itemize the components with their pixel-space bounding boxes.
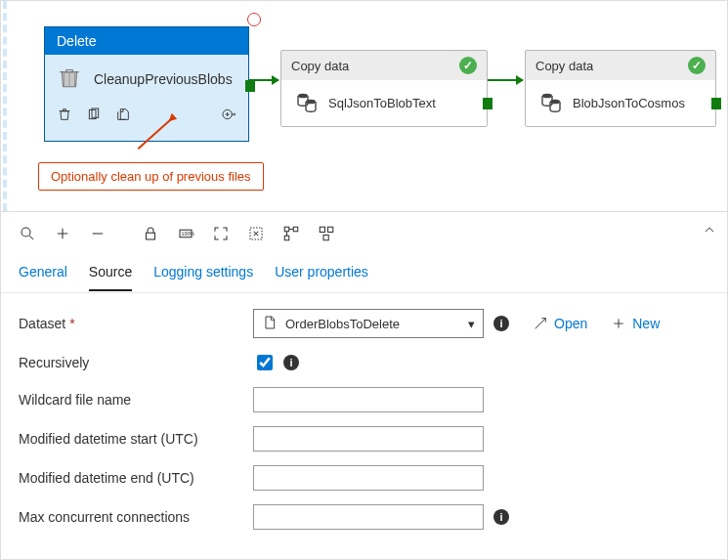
wildcard-input[interactable] <box>253 387 484 412</box>
file-icon <box>262 315 278 333</box>
zoom-100-icon[interactable]: 100% <box>171 219 200 248</box>
success-output-port[interactable] <box>711 98 721 109</box>
open-dataset-button[interactable]: Open <box>533 316 587 331</box>
hierarchy-icon[interactable] <box>312 219 341 248</box>
caret-down-icon: ▾ <box>468 317 475 331</box>
pipeline-canvas[interactable]: Delete CleanupPreviousBlobs Copy data ✓ <box>3 1 727 211</box>
copy-icon[interactable] <box>115 107 131 125</box>
svg-rect-13 <box>293 227 298 232</box>
dataset-dropdown[interactable]: OrderBlobsToDelete ▾ <box>253 309 484 338</box>
new-dataset-button[interactable]: New <box>611 316 660 331</box>
svg-rect-14 <box>284 236 289 240</box>
svg-point-5 <box>542 94 552 99</box>
connector-success <box>488 79 523 81</box>
svg-point-7 <box>21 228 30 237</box>
fullscreen-icon[interactable] <box>241 219 271 248</box>
auto-align-icon[interactable] <box>277 219 306 248</box>
activity-copy-1[interactable]: Copy data ✓ SqlJsonToBlobText <box>280 50 488 127</box>
chevron-up-icon[interactable] <box>702 222 717 240</box>
tab-user-properties[interactable]: User properties <box>275 264 368 289</box>
max-conn-input[interactable] <box>253 504 484 530</box>
dataset-value: OrderBlobsToDelete <box>285 317 400 331</box>
svg-point-6 <box>550 100 560 105</box>
annotation-text: Optionally clean up of previous files <box>38 162 264 191</box>
copy-data-icon <box>539 90 563 116</box>
validation-ok-icon: ✓ <box>688 57 706 74</box>
activity-name: BlobJsonToCosmos <box>573 96 685 110</box>
svg-rect-8 <box>147 233 155 239</box>
connector-success <box>249 79 278 81</box>
add-output-icon[interactable] <box>221 107 236 125</box>
search-icon[interactable] <box>13 219 42 248</box>
trash-icon <box>57 65 82 93</box>
activity-name: CleanupPreviousBlobs <box>94 71 233 87</box>
mod-end-input[interactable] <box>253 465 484 491</box>
svg-rect-16 <box>328 227 333 232</box>
source-form: Dataset * OrderBlobsToDelete ▾ i Open Ne… <box>1 293 727 559</box>
clone-settings-icon[interactable] <box>86 107 102 125</box>
activity-type-label: Copy data <box>535 59 593 73</box>
copy-data-icon <box>295 90 319 116</box>
tab-logging[interactable]: Logging settings <box>153 264 253 289</box>
lock-icon[interactable] <box>136 219 165 248</box>
activity-type-label: Delete <box>45 27 248 55</box>
activity-delete[interactable]: Delete CleanupPreviousBlobs <box>44 26 249 142</box>
info-icon[interactable]: i <box>283 355 299 370</box>
wildcard-label: Wildcard file name <box>19 392 253 408</box>
error-port-indicator <box>247 13 261 26</box>
dataset-label: Dataset * <box>19 316 253 331</box>
svg-rect-12 <box>284 227 289 232</box>
svg-text:100%: 100% <box>182 231 195 237</box>
canvas-toolbar: 100% <box>1 211 727 254</box>
validation-ok-icon: ✓ <box>459 57 477 74</box>
svg-point-3 <box>298 94 308 99</box>
zoom-out-icon[interactable] <box>83 219 112 248</box>
mod-end-label: Modified datetime end (UTC) <box>19 470 253 486</box>
zoom-in-icon[interactable] <box>48 219 77 248</box>
recursively-label: Recursively <box>19 355 253 370</box>
mod-start-label: Modified datetime start (UTC) <box>19 431 253 447</box>
max-conn-label: Max concurrent connections <box>19 509 253 525</box>
activity-copy-2[interactable]: Copy data ✓ BlobJsonToCosmos <box>525 50 716 127</box>
properties-tabs: General Source Logging settings User pro… <box>1 254 727 293</box>
delete-action-icon[interactable] <box>57 107 72 125</box>
tab-source[interactable]: Source <box>89 264 132 291</box>
svg-point-4 <box>306 100 316 105</box>
mod-start-input[interactable] <box>253 426 484 452</box>
success-output-port[interactable] <box>483 98 492 109</box>
activity-name: SqlJsonToBlobText <box>328 96 436 110</box>
svg-rect-15 <box>320 227 324 232</box>
recursively-checkbox[interactable] <box>257 355 273 370</box>
success-output-port[interactable] <box>245 80 255 92</box>
activity-type-label: Copy data <box>291 59 349 73</box>
info-icon[interactable]: i <box>493 316 509 331</box>
svg-rect-17 <box>323 235 328 239</box>
info-icon[interactable]: i <box>493 509 509 525</box>
tab-general[interactable]: General <box>19 264 67 289</box>
fit-screen-icon[interactable] <box>206 219 236 248</box>
